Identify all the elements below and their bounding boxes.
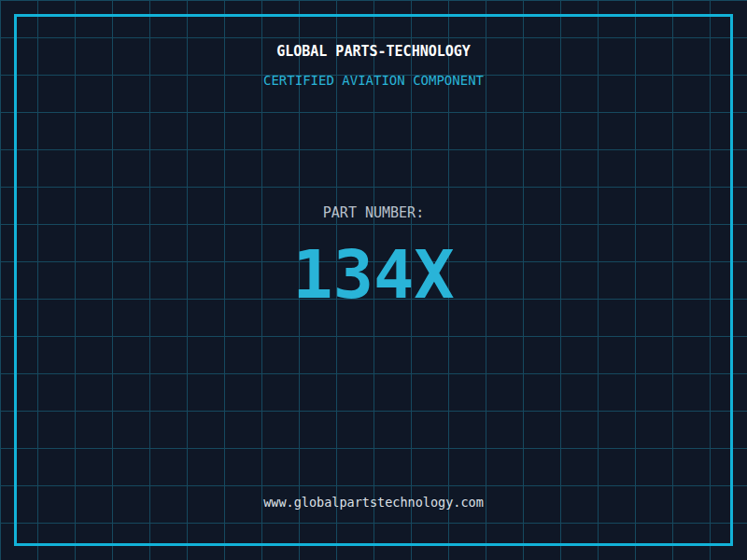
certification-subtitle: CERTIFIED AVIATION COMPONENT: [0, 73, 747, 88]
company-title: GLOBAL PARTS-TECHNOLOGY: [0, 43, 747, 60]
website-url: www.globalpartstechnology.com: [0, 495, 747, 510]
part-number-label: PART NUMBER:: [0, 204, 747, 221]
blueprint-grid: GLOBAL PARTS-TECHNOLOGY CERTIFIED AVIATI…: [0, 0, 747, 560]
part-number-value: 134X: [0, 241, 747, 308]
